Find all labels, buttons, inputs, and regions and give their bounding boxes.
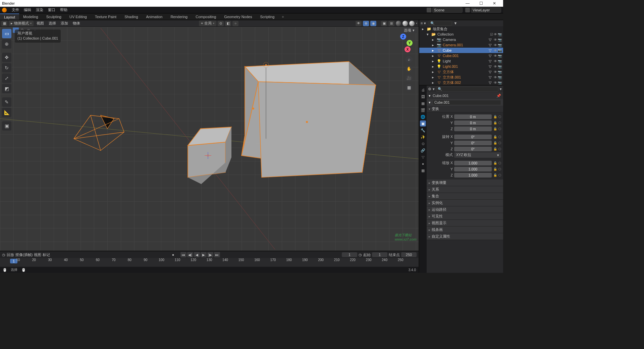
menu-help[interactable]: 帮助 — [58, 7, 70, 12]
snap-button[interactable]: ◧ — [225, 21, 231, 26]
viewport-3d[interactable]: ▭ ◯ ◫ ▫ 选项▾ ▭ ⊕ ✥ ↻ ⤢ ◩ ✎ 📐 ▣ — [0, 27, 419, 251]
expand-icon[interactable]: ▸ — [431, 70, 435, 74]
viewport-menu-view[interactable]: 视图 — [35, 21, 46, 26]
keyframe-next-button[interactable]: |▶ — [207, 252, 213, 257]
scl-z-field[interactable]: 1.000 — [454, 173, 492, 178]
tool-rotate[interactable]: ↻ — [2, 63, 11, 72]
tab-animation[interactable]: Animation — [142, 13, 167, 20]
visibility-button[interactable]: 👁 — [356, 21, 362, 26]
scene-name-input[interactable] — [432, 7, 463, 13]
orientation-dropdown[interactable]: ⌖ 全局 ▾ — [199, 20, 216, 26]
menu-file[interactable]: 文件 — [9, 7, 21, 12]
tab-material[interactable]: ● — [420, 161, 426, 167]
rotation-mode-dropdown[interactable]: XYZ 欧拉▾ — [454, 152, 501, 158]
outliner-item[interactable]: ▸💡Light▽👁📷 — [419, 58, 503, 64]
eye-icon[interactable]: 👁 — [494, 65, 497, 68]
tab-shading[interactable]: Shading — [120, 13, 142, 20]
expand-icon[interactable]: ▸ — [431, 54, 435, 58]
properties-editor-type[interactable]: ⚙ — [428, 87, 431, 91]
tab-scripting[interactable]: Scripting — [256, 13, 278, 20]
object-name-input[interactable] — [433, 100, 501, 105]
xray-toggle[interactable]: ▣ — [381, 21, 387, 26]
scl-y-field[interactable]: 1.000 — [454, 167, 492, 171]
tool-cursor[interactable]: ⊕ — [2, 39, 11, 49]
viewport-menu-add[interactable]: 添加 — [59, 21, 70, 26]
eye-icon[interactable]: 👁 — [494, 38, 497, 42]
outliner-item[interactable]: ▸▽立方体▽👁📷 — [419, 69, 503, 74]
outliner-item[interactable]: ▸📷Camera▽👁📷 — [419, 37, 503, 42]
panel-collapsed[interactable]: ▸运动路径 — [427, 206, 503, 213]
outliner-filter-button[interactable]: ▼ — [453, 21, 457, 25]
expand-icon[interactable]: ▸ — [431, 59, 435, 63]
tab-scene[interactable]: 🎬 — [420, 107, 426, 113]
eye-icon[interactable]: 👁 — [494, 59, 497, 63]
add-workspace-button[interactable]: + — [278, 13, 287, 20]
viewport-menu-object[interactable]: 物体 — [71, 21, 82, 26]
pivot-button[interactable]: ⊙ — [218, 21, 224, 26]
tab-geonodes[interactable]: Geometry Nodes — [220, 13, 256, 20]
mode-dropdown[interactable]: ▸ 物体模式 ▾ — [9, 20, 34, 26]
keyframe-prev-button[interactable]: ◀| — [187, 252, 193, 257]
rot-z-field[interactable]: 0° — [454, 147, 492, 151]
tab-output[interactable]: 🖼 — [420, 94, 426, 100]
tab-modeling[interactable]: Modeling — [19, 13, 42, 20]
loc-y-field[interactable]: 0 m — [454, 120, 492, 125]
timeline-menu-view[interactable]: 视图 — [34, 252, 41, 257]
tab-physics[interactable]: ⊙ — [420, 141, 426, 147]
eye-icon[interactable]: 👁 — [494, 43, 497, 47]
timeline-menu-playback[interactable]: 回放 — [7, 252, 14, 257]
panel-collapsed[interactable]: ▸线条画 — [427, 227, 503, 233]
timeline-menu-marker[interactable]: 标记 — [43, 252, 50, 257]
camera-restrict-icon[interactable]: 📷 — [498, 38, 502, 42]
outliner-item[interactable]: ▸📷Camera.001▽👁📷 — [419, 42, 503, 48]
play-reverse-button[interactable]: ◀ — [194, 252, 200, 257]
lock-icon[interactable]: 🔓 — [493, 115, 497, 118]
shading-material[interactable] — [402, 21, 408, 26]
expand-icon[interactable]: ▸ — [431, 48, 435, 53]
tab-sculpting[interactable]: Sculpting — [42, 13, 65, 20]
tab-uvediting[interactable]: UV Editing — [65, 13, 91, 20]
outliner-search[interactable] — [429, 21, 452, 26]
timeline-ruler[interactable]: 1 10203040506070809010011012013014015016… — [0, 258, 419, 267]
camera-restrict-icon[interactable]: 📷 — [498, 65, 502, 68]
outliner-item[interactable]: ▸▽Cube.001▽👁📷 — [419, 53, 503, 58]
expand-icon[interactable]: ▸ — [431, 64, 435, 69]
timeline-menu-keying[interactable]: 抠像(插帧) — [15, 252, 33, 257]
keyframe-dot[interactable] — [498, 115, 501, 118]
outliner-item[interactable]: ▸▽立方体.001▽👁📷 — [419, 74, 503, 80]
jump-start-button[interactable]: ⏮ — [180, 252, 186, 257]
camera-restrict-icon[interactable]: 📷 — [498, 70, 502, 74]
close-button[interactable]: ✕ — [488, 1, 501, 6]
panel-collapsed[interactable]: ▸变换增量 — [427, 180, 503, 186]
panel-collapsed[interactable]: ▸可见性 — [427, 213, 503, 220]
tab-object[interactable]: ▣ — [420, 120, 426, 127]
props-search[interactable] — [436, 87, 498, 92]
outliner-item[interactable]: ▸▽立方体.002▽👁📷 — [419, 80, 503, 85]
loc-x-field[interactable]: 0 m — [454, 114, 492, 119]
editor-type-button[interactable]: ▦ — [1, 21, 7, 26]
end-frame-field[interactable]: 250 — [401, 252, 417, 257]
shading-rendered[interactable] — [409, 21, 415, 26]
tool-add-cube[interactable]: ▣ — [2, 121, 11, 131]
eye-icon[interactable]: 👁 — [494, 76, 497, 79]
panel-collapsed[interactable]: ▸自定义属性 — [427, 233, 503, 240]
panel-collapsed[interactable]: ▸视图显示 — [427, 220, 503, 227]
tab-texture[interactable]: ▩ — [420, 167, 426, 173]
viewport-menu-select[interactable]: 选择 — [47, 21, 58, 26]
eye-icon[interactable]: 👁 — [494, 81, 497, 85]
eye-icon[interactable]: 👁 — [494, 70, 497, 74]
tool-move[interactable]: ✥ — [2, 53, 11, 62]
tab-compositing[interactable]: Compositing — [192, 13, 220, 20]
overlay-toggle[interactable]: ◉ — [370, 21, 376, 26]
loc-z-field[interactable]: 0 m — [454, 127, 492, 131]
collection-row[interactable]: ▾ 📂 Collection ☑👁📷 — [419, 32, 503, 37]
expand-icon[interactable]: ▸ — [431, 43, 435, 47]
tool-select-box[interactable]: ▭ — [2, 29, 11, 38]
panel-transform[interactable]: ▾变换 — [427, 106, 503, 112]
panel-collapsed[interactable]: ▸实例化 — [427, 200, 503, 206]
tab-rendering[interactable]: Rendering — [166, 13, 192, 20]
menu-render[interactable]: 渲染 — [34, 7, 46, 12]
start-frame-field[interactable]: 1 — [372, 252, 387, 257]
outliner-item[interactable]: ▸💡Light.001▽👁📷 — [419, 64, 503, 69]
shading-wire[interactable]: ⊞ — [388, 21, 394, 26]
